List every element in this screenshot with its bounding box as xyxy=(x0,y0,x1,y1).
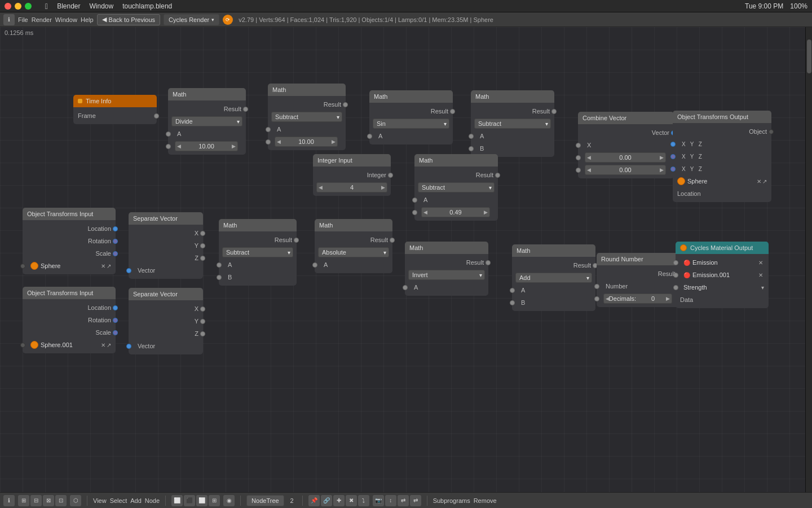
subprograms-label[interactable]: Subprograms xyxy=(433,497,470,504)
node-object-transforms-input-1[interactable]: Object Transforms Input Location Rotatio… xyxy=(23,208,116,274)
clear2-icon[interactable]: ✕ xyxy=(101,342,105,348)
close-button[interactable] xyxy=(5,3,11,10)
obj-input xyxy=(20,264,25,269)
node-integer-input[interactable]: Integer Input Integer ◀ 4 ▶ xyxy=(313,154,391,196)
view-label[interactable]: View xyxy=(93,497,107,504)
node-label[interactable]: Node xyxy=(145,497,160,504)
browse-icon[interactable]: ↗ xyxy=(107,263,111,269)
z-field[interactable]: ◀ 0.00 ▶ xyxy=(585,165,666,175)
b-field[interactable]: ◀ 10.00 ▶ xyxy=(275,137,338,147)
divide-dropdown[interactable]: Divide xyxy=(171,116,242,126)
clear-icon[interactable]: ✕ xyxy=(757,178,761,185)
sphere-mode-icon[interactable]: ◉ xyxy=(223,495,235,506)
camera-icon[interactable]: 📷 xyxy=(373,495,384,506)
node-separate-vector-1[interactable]: Separate Vector X Y Z Vector xyxy=(129,212,203,279)
b-field[interactable]: ◀ 10.00 ▶ xyxy=(175,141,238,151)
a-row: A xyxy=(219,259,297,271)
node-math-sin[interactable]: Math Result Sin A xyxy=(369,90,453,144)
select-label[interactable]: Select xyxy=(110,497,127,504)
sep-vec1-body: X Y Z Vector xyxy=(129,225,203,279)
node-time-info[interactable]: Time Info Frame xyxy=(73,95,157,124)
y-field[interactable]: ◀ 0.00 ▶ xyxy=(585,152,666,163)
vec-input xyxy=(126,268,131,273)
scrollbar-right[interactable] xyxy=(805,27,812,492)
node-math-divide[interactable]: Math Result Divide A ◀ 10.00 ▶ xyxy=(168,88,246,155)
vec2-input xyxy=(126,344,131,349)
node-math-subtract-2[interactable]: Math Result Subtract A B xyxy=(471,90,554,157)
b-field[interactable]: ◀ 0.49 ▶ xyxy=(421,207,490,217)
mode-icon-2[interactable]: ⬛ xyxy=(184,495,195,506)
clear-icon[interactable]: ✕ xyxy=(101,263,105,269)
move-icon[interactable]: ↕ xyxy=(385,495,396,506)
x2-output xyxy=(200,306,205,312)
node-math-subtract-1[interactable]: Math Result Subtract A ◀ 10.00 ▶ xyxy=(268,84,346,150)
node-separate-vector-2[interactable]: Separate Vector X Y Z Vector xyxy=(129,288,203,354)
menu-window-bl[interactable]: Window xyxy=(55,16,77,23)
browse-icon[interactable]: ↗ xyxy=(762,178,767,185)
node-combine-vector[interactable]: Combine Vector Vector X ◀ 0.00 ▶ xyxy=(578,112,674,178)
sin-dropdown[interactable]: Sin xyxy=(373,119,449,129)
mode-icon-3[interactable]: ⬜ xyxy=(196,495,208,506)
num-icon[interactable]: 2 xyxy=(288,495,297,506)
emission2-close[interactable]: ✕ xyxy=(758,272,763,278)
menu-window[interactable]: Window xyxy=(90,2,114,10)
grid-icon-3[interactable]: ⊠ xyxy=(43,495,54,506)
sub3-dropdown[interactable]: Subtract xyxy=(418,182,495,192)
node-math-subtract-3[interactable]: Math Result Subtract A ◀ 0.49 ▶ xyxy=(414,154,498,221)
remove-label[interactable]: Remove xyxy=(474,497,497,504)
status-info-icon[interactable]: ℹ xyxy=(3,495,15,506)
pin-icon[interactable]: 📌 xyxy=(308,495,320,506)
dec-field[interactable]: ◀ Decimals: 0 ▶ xyxy=(603,294,672,304)
math-sin-result-row: Result xyxy=(369,105,453,117)
math-a-row: A xyxy=(414,194,498,206)
result-row: Result xyxy=(512,259,595,271)
copy-icon-2[interactable]: ⇄ xyxy=(410,495,421,506)
node-math-subtract-4[interactable]: Math Result Subtract A B xyxy=(219,219,297,286)
mode-icon-4[interactable]: ⊞ xyxy=(209,495,220,506)
emission-close[interactable]: ✕ xyxy=(758,260,763,266)
grid-icon-4[interactable]: ⊡ xyxy=(55,495,67,506)
sphere-row: Sphere ✕ ↗ xyxy=(673,175,771,187)
menu-blender[interactable]: Blender xyxy=(57,2,80,10)
node-object-transforms-input-2[interactable]: Object Transforms Input Location Rotatio… xyxy=(23,287,116,353)
node-round-number[interactable]: Round Number Result Number ◀ Decimals: 0… xyxy=(597,253,680,307)
grid-icon-1[interactable]: ⊞ xyxy=(18,495,29,506)
vec2-label: Vector xyxy=(138,343,198,349)
abs-dropdown[interactable]: Absolute xyxy=(318,247,389,257)
z-label: Z xyxy=(133,255,198,261)
int-value-field[interactable]: ◀ 4 ▶ xyxy=(316,182,387,192)
mode-icon-1[interactable]: ⬜ xyxy=(171,495,183,506)
grid-icon-2[interactable]: ⊟ xyxy=(30,495,42,506)
minus-icon[interactable]: ✖ xyxy=(346,495,357,506)
menu-file[interactable]: File xyxy=(18,16,28,23)
add-dropdown[interactable]: Add xyxy=(515,273,592,283)
info-icon[interactable]: ℹ xyxy=(3,14,15,25)
node-cycles-material-output[interactable]: Cycles Material Output 🔴 Emission ✕ 🔴 Em… xyxy=(676,242,769,308)
copy-icon-1[interactable]: ⇄ xyxy=(398,495,409,506)
cycles-render-dropdown[interactable]: Cycles Render ▾ xyxy=(164,14,219,25)
browse2-icon[interactable]: ↗ xyxy=(107,342,111,348)
x-icon[interactable]: ⤵ xyxy=(358,495,369,506)
add-label[interactable]: Add xyxy=(130,497,142,504)
minimize-button[interactable] xyxy=(15,3,21,10)
menu-render[interactable]: Render xyxy=(32,16,52,23)
canvas-area[interactable]: 0.1256 ms xyxy=(0,27,805,492)
node-math-absolute[interactable]: Math Result Absolute A xyxy=(315,219,392,273)
nodetree-dropdown[interactable]: NodeTree xyxy=(246,495,284,506)
left-arrow: ◀ xyxy=(587,167,591,173)
scrollbar-thumb[interactable] xyxy=(807,40,811,73)
subtract-dropdown[interactable]: Subtract xyxy=(271,112,342,122)
link-icon[interactable]: 🔗 xyxy=(321,495,332,506)
menu-help[interactable]: Help xyxy=(81,16,94,23)
node-math-add[interactable]: Math Result Add A B xyxy=(512,244,595,311)
subtract2-dropdown[interactable]: Subtract xyxy=(474,119,551,129)
left-arrow: ◀ xyxy=(277,139,281,144)
sub4-dropdown[interactable]: Subtract xyxy=(222,247,293,257)
inv-dropdown[interactable]: Invert xyxy=(408,270,485,280)
back-to-previous-button[interactable]: ◀ Back to Previous xyxy=(97,14,161,25)
maximize-button[interactable] xyxy=(25,3,32,10)
plus-icon[interactable]: ✚ xyxy=(333,495,345,506)
nodetree-icon[interactable]: ⬡ xyxy=(70,495,81,506)
node-math-invert[interactable]: Math Result Invert A xyxy=(405,242,488,296)
node-object-transforms-output[interactable]: Object Transforms Output Object X Y Z X … xyxy=(673,111,771,202)
